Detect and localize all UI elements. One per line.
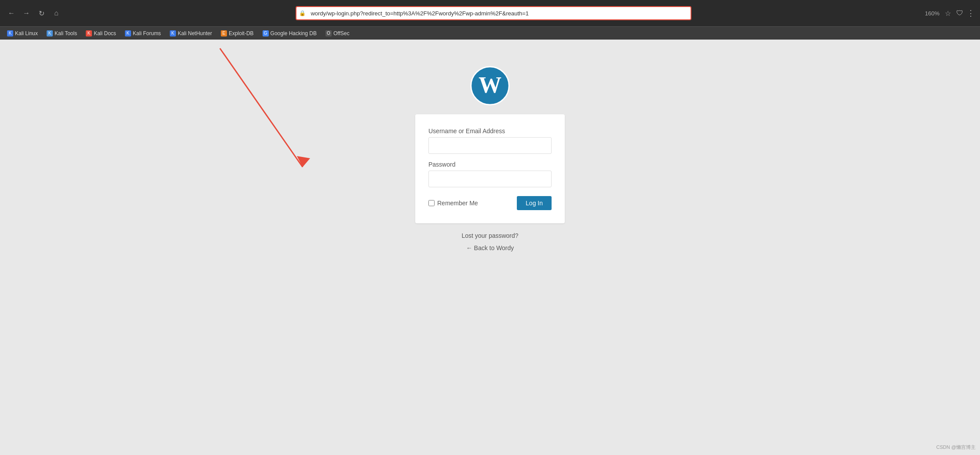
offsec-icon: O (325, 30, 332, 36)
nav-buttons: ← → ↻ ⌂ (5, 7, 62, 19)
below-card-links: Lost your password? ← Back to Wordy (461, 232, 518, 251)
svg-line-0 (220, 48, 303, 167)
bookmark-kali-docs[interactable]: K Kali Docs (82, 29, 120, 38)
bookmark-kali-linux-label: Kali Linux (15, 30, 38, 36)
bookmark-exploit-db-label: Exploit-DB (229, 30, 254, 36)
bookmark-google-hacking-label: Google Hacking DB (271, 30, 317, 36)
address-bar-container: 🔒 wordy/wp-login.php?redirect_to=http%3A… (296, 6, 691, 20)
bookmark-kali-tools[interactable]: K Kali Tools (43, 29, 80, 38)
watermark: CSDN @懒宫博主 (936, 444, 976, 451)
svg-text:W: W (479, 72, 501, 98)
bookmark-kali-nethunter-label: Kali NetHunter (178, 30, 212, 36)
kali-docs-icon: K (86, 30, 92, 36)
login-button[interactable]: Log In (517, 196, 552, 210)
page-content: W Username or Email Address Password Rem… (0, 40, 980, 455)
reload-button[interactable]: ↻ (35, 7, 48, 19)
bookmark-exploit-db[interactable]: E Exploit-DB (217, 29, 257, 38)
home-button[interactable]: ⌂ (50, 7, 62, 19)
bookmark-offsec[interactable]: O OffSec (322, 29, 353, 38)
kali-linux-icon: K (7, 30, 13, 36)
bookmark-kali-forums-label: Kali Forums (133, 30, 161, 36)
browser-chrome: ← → ↻ ⌂ 🔒 wordy/wp-login.php?redirect_to… (0, 0, 980, 26)
bookmark-kali-tools-label: Kali Tools (55, 30, 77, 36)
url-text: wordy/wp-login.php?redirect_to=http%3A%2… (311, 10, 529, 17)
back-button[interactable]: ← (5, 7, 18, 19)
address-bar[interactable]: wordy/wp-login.php?redirect_to=http%3A%2… (296, 6, 691, 20)
forward-button[interactable]: → (20, 7, 33, 19)
bookmark-offsec-label: OffSec (333, 30, 349, 36)
back-to-wordy-link[interactable]: ← Back to Wordy (461, 244, 518, 251)
bookmark-star-icon[interactable]: ☆ (943, 7, 953, 19)
lost-password-link[interactable]: Lost your password? (461, 232, 518, 239)
password-label: Password (428, 161, 552, 168)
bookmark-kali-docs-label: Kali Docs (94, 30, 116, 36)
bookmark-google-hacking[interactable]: G Google Hacking DB (259, 29, 320, 38)
form-footer: Remember Me Log In (428, 196, 552, 210)
browser-right-controls: 160% ☆ 🛡 ⋮ (925, 7, 975, 19)
wordpress-logo: W (470, 66, 510, 106)
login-card: Username or Email Address Password Remem… (415, 114, 565, 223)
password-input[interactable] (428, 171, 552, 187)
username-group: Username or Email Address (428, 127, 552, 154)
bookmark-kali-linux[interactable]: K Kali Linux (4, 29, 41, 38)
kali-tools-icon: K (47, 30, 53, 36)
remember-me-checkbox[interactable] (428, 200, 435, 206)
bookmark-kali-nethunter[interactable]: K Kali NetHunter (166, 29, 216, 38)
menu-icon[interactable]: ⋮ (967, 8, 975, 18)
exploit-db-icon: E (221, 30, 227, 36)
remember-me-label[interactable]: Remember Me (428, 200, 478, 207)
username-input[interactable] (428, 137, 552, 154)
zoom-level: 160% (925, 10, 940, 17)
shield-icon: 🛡 (956, 9, 963, 17)
remember-me-text: Remember Me (437, 200, 478, 207)
bookmark-kali-forums[interactable]: K Kali Forums (121, 29, 165, 38)
google-hacking-icon: G (263, 30, 269, 36)
lock-icon: 🔒 (299, 10, 306, 16)
password-group: Password (428, 161, 552, 187)
svg-marker-1 (297, 156, 310, 167)
kali-forums-icon: K (125, 30, 131, 36)
kali-nethunter-icon: K (170, 30, 176, 36)
bookmarks-bar: K Kali Linux K Kali Tools K Kali Docs K … (0, 26, 980, 40)
username-label: Username or Email Address (428, 127, 552, 135)
